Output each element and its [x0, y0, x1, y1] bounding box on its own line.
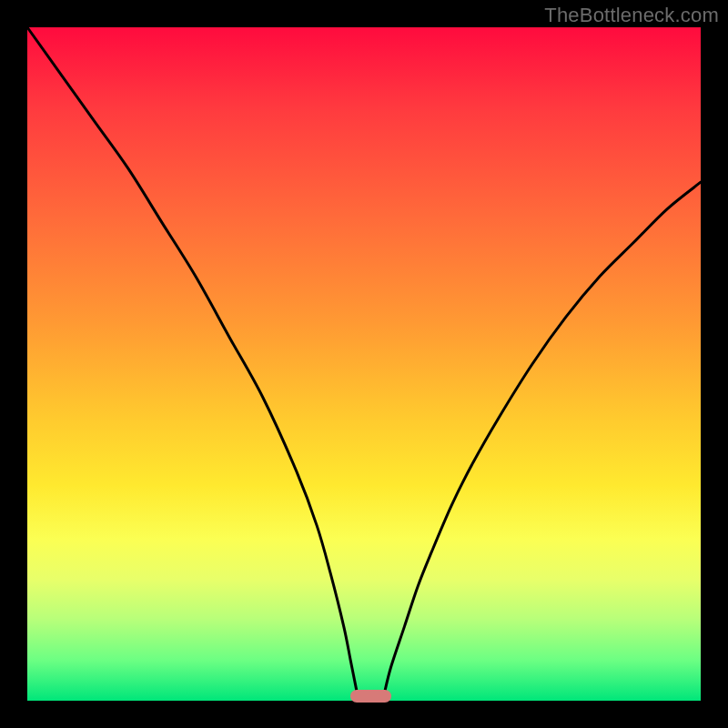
bottleneck-marker [350, 690, 390, 703]
curve-layer [27, 27, 701, 701]
watermark-text: TheBottleneck.com [544, 4, 719, 27]
curve-right-branch [384, 182, 701, 693]
chart-frame: TheBottleneck.com [0, 0, 728, 728]
curve-left-branch [27, 27, 358, 694]
plot-area [27, 27, 701, 701]
